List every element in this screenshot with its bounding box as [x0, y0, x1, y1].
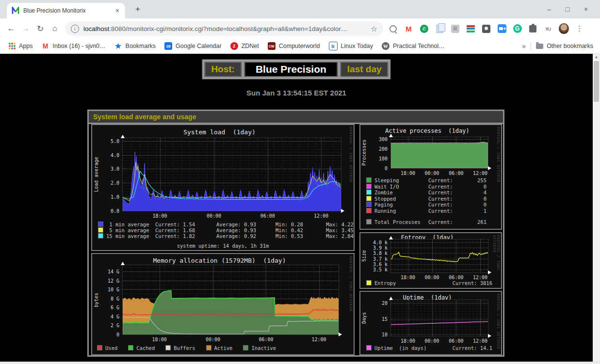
apps-grid-icon	[9, 43, 16, 49]
bookmark-bookmarks[interactable]: ★Bookmarks	[114, 42, 156, 50]
entropy-cell: Entropy (1day) Size 3.5 k3.6 k3.7 k3.8 k…	[359, 232, 502, 289]
legend-swatch-15min	[98, 233, 103, 238]
gmail-extension-icon[interactable]: M	[404, 24, 414, 34]
new-tab-button[interactable]: +	[132, 4, 144, 14]
keep-extension-icon[interactable]	[481, 24, 491, 34]
entropy-plot[interactable]: 3.5 k3.6 k3.7 k3.8 k3.9 k4.0 k18:0000:00…	[390, 239, 488, 273]
voice-extension-icon[interactable]: ✆	[419, 24, 429, 34]
rrdtool-credit: RRDTOOL / TOBI OETIKER	[492, 235, 500, 288]
legend-swatch-5min	[98, 227, 103, 233]
proc-legend-waitio: Wait I/O Current:0	[366, 184, 492, 190]
host-header: Host: Blue Precision last day	[202, 59, 390, 79]
star-icon: ★	[114, 42, 122, 50]
memory-plot[interactable]: 02 G4 G6 G8 G10 G12 G14 G18:0000:0006:00…	[122, 265, 339, 335]
active-processes-cell: Active processes (1day) Processes 010020…	[359, 124, 502, 230]
load-legend-row-1min: 1 min average Current: 1.54 Average: 0.9…	[98, 222, 350, 227]
back-button[interactable]: ←	[4, 24, 18, 33]
folder-icon	[536, 44, 543, 49]
legend-swatch-1min	[98, 222, 103, 227]
browser-tab[interactable]: Blue Precision Monitorix ×	[7, 3, 125, 18]
url-text[interactable]: localhost:8080/monitorix-cgi/monitorix.c…	[83, 25, 371, 32]
copy-extension-icon[interactable]	[435, 24, 445, 34]
rrdtool-credit: RRDTOOL / TOBI OETIKER	[349, 127, 353, 183]
legend-swatch-total	[366, 219, 372, 224]
rrdtool-credit: RRDTOOL / TOBI OETIKER	[496, 294, 500, 349]
monitorix-favicon-icon	[12, 7, 19, 15]
system-load-cell: System load (1day) Load average 0.01.02.…	[91, 124, 355, 251]
processes-title: Active processes (1day)	[360, 127, 494, 134]
other-bookmarks-button[interactable]: Other bookmarks	[536, 43, 593, 49]
window-close-button[interactable]: ×	[577, 3, 595, 16]
r-extension-icon[interactable]: R	[450, 24, 460, 34]
legend-swatch-sleeping	[366, 177, 372, 183]
tab-title: Blue Precision Monitorix	[23, 7, 114, 14]
memory-y-axis-label: bytes	[94, 265, 99, 335]
legend-swatch-inactive	[243, 345, 248, 350]
processes-plot[interactable]: 010020030018:0000:0006:0012:00	[390, 137, 488, 169]
load-legend-row-15min: 15 min average Current: 1.82 Average: 0.…	[98, 233, 350, 239]
library-extension-icon[interactable]	[466, 24, 476, 34]
uptime-cell: Uptime (1day) Days 10152018:0000:0006:00…	[359, 291, 502, 355]
proc-legend-zombie: Zombie Current:4	[366, 190, 492, 195]
entropy-y-axis-label: Size	[361, 239, 367, 273]
legend-swatch-zombie	[366, 190, 372, 195]
window-minimize-button[interactable]: –	[540, 3, 558, 16]
memory-legend: Used Cached Buffers Active Inactive	[97, 345, 276, 351]
horizontal-scrollbar[interactable]	[0, 362, 600, 364]
proc-legend-total: Total Processes Current:261	[366, 219, 492, 225]
bookmark-computerworld[interactable]: CWComputerworld	[268, 42, 320, 50]
address-bar[interactable]: i localhost:8080/monitorix-cgi/monitorix…	[65, 21, 383, 36]
extensions-puzzle-icon[interactable]	[528, 24, 538, 34]
report-date: Sun Jan 3 13:54:15 EST 2021	[0, 89, 593, 97]
browser-toolbar: ← → ↻ ⌂ i localhost:8080/monitorix-cgi/m…	[0, 18, 600, 39]
bookmarks-overflow-chevron[interactable]: »	[522, 42, 526, 50]
window-maximize-button[interactable]: □	[558, 3, 577, 16]
bookmark-star-icon[interactable]: ☆	[371, 24, 377, 33]
search-extension-icon[interactable]	[388, 24, 398, 34]
bookmarks-divider	[531, 42, 531, 50]
linux-today-icon: lt	[329, 42, 338, 50]
reload-button[interactable]: ↻	[33, 24, 48, 34]
browser-titlebar: Blue Precision Monitorix × + – □ ×	[0, 0, 600, 18]
system-uptime-note: system uptime: 14 days, 1h 31m	[92, 243, 354, 249]
bookmark-practical-technology[interactable]: WPractical Technol…	[382, 42, 445, 50]
zdnet-icon: Z	[230, 42, 238, 50]
memory-allocation-cell: Memory allocation (15792MB) (1day) bytes…	[91, 253, 355, 355]
uptime-plot[interactable]: 10152018:0000:0006:0012:00	[390, 300, 488, 336]
section-title: System load average and usage	[89, 111, 503, 124]
apps-shortcut[interactable]: Apps	[9, 43, 33, 49]
browser-menu-icon[interactable]: ⋮	[574, 24, 584, 34]
wordpress-icon: W	[382, 42, 389, 50]
proc-legend-running: Running Current:1	[366, 208, 492, 214]
system-section: System load average and usage System loa…	[87, 110, 504, 357]
bookmark-google-calendar[interactable]: 28Google Calendar	[164, 42, 222, 50]
processes-y-axis-label: Processes	[361, 137, 367, 169]
bookmark-linux-today[interactable]: ltLinux Today	[329, 42, 373, 50]
home-button[interactable]: ⌂	[48, 24, 62, 33]
profile-avatar[interactable]	[559, 24, 569, 34]
site-info-icon[interactable]: i	[71, 25, 79, 33]
uptime-y-axis-label: Days	[361, 300, 367, 336]
scrollbar-up-arrow[interactable]: ▲	[593, 54, 600, 61]
uptime-legend: Uptime (in days) Current: 14.1	[366, 345, 492, 351]
grammarly-extension-icon[interactable]: G	[512, 24, 522, 34]
forward-button[interactable]: →	[18, 24, 33, 33]
vertical-scrollbar[interactable]: ▲	[593, 54, 600, 362]
legend-swatch-entropy	[366, 280, 372, 285]
load-y-axis-label: Load average	[94, 138, 99, 211]
bookmark-zdnet[interactable]: ZZDNet	[230, 42, 259, 50]
legend-swatch-waitio	[366, 184, 372, 189]
legend-swatch-used	[97, 345, 102, 350]
legend-swatch-stopped	[366, 196, 372, 201]
bookmark-inbox[interactable]: MInbox (16) - sjvn0…	[42, 42, 106, 50]
when-selector[interactable]: last day	[341, 62, 389, 77]
system-load-plot[interactable]: 0.01.02.03.04.05.018:0000:0006:0012:00	[122, 138, 341, 211]
legend-swatch-paging	[366, 202, 372, 207]
tab-close-icon[interactable]: ×	[114, 6, 120, 15]
monitorix-page: Host: Blue Precision last day Sun Jan 3 …	[0, 54, 593, 362]
vertical-scrollbar-thumb[interactable]	[594, 61, 599, 102]
zoom-extension-icon[interactable]	[497, 24, 507, 34]
calendar-icon: 28	[164, 42, 172, 50]
entropy-legend: Entropy Current: 3816	[366, 280, 492, 286]
playlist-extension-icon[interactable]: ≡♪	[543, 24, 553, 34]
